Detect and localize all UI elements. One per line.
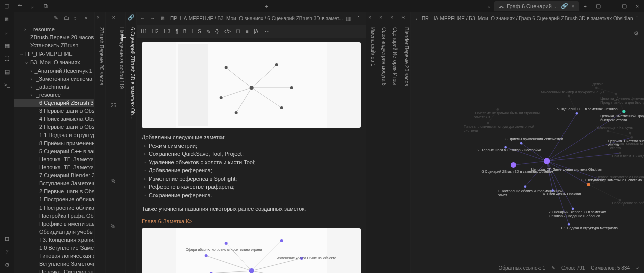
new-note-icon[interactable]: ✎ <box>54 15 60 21</box>
tree-item[interactable]: Типовая логическая структу... <box>14 252 94 260</box>
bookmark-icon[interactable]: ⧉ <box>42 3 49 10</box>
graph-node[interactable] <box>544 158 550 164</box>
graph-node[interactable] <box>587 183 590 186</box>
tree-item[interactable]: 8 Приёмы применения Zette... <box>14 139 94 147</box>
tab-link-icon[interactable]: 🔗 <box>561 3 568 9</box>
tab-close-icon[interactable]: × <box>571 3 574 9</box>
tree-item[interactable]: _resource <box>14 25 94 33</box>
graph-node[interactable] <box>511 162 516 168</box>
chapter-link[interactable]: Глава 6 Заметка К> <box>142 218 361 224</box>
vtab-filenames[interactable]: Имена файлов 1 <box>366 24 377 70</box>
rail-search-icon[interactable]: ⌕ <box>3 28 11 36</box>
editor-layout-icon[interactable]: ▥ <box>346 15 353 22</box>
editor-breadcrumb[interactable]: ПР_НА-МЕРЕНИЕ / Б3_Мои_О знаниях / 6 Сце… <box>170 16 343 21</box>
tree-item[interactable]: Цепочка_ТГ_Заметочная сис... <box>14 155 94 163</box>
rail-settings-icon[interactable]: ⚙ <box>3 261 11 269</box>
toolbar-btn[interactable]: S <box>198 29 201 34</box>
vtab-leisure[interactable]: Своя индустрия досуга 6 <box>377 24 388 89</box>
graph-node[interactable] <box>615 93 618 95</box>
tree-item[interactable]: Настройка Графа Obsidian <box>14 212 94 220</box>
editor-more-icon[interactable]: ⋮ <box>356 15 363 22</box>
toolbar-btn[interactable]: H3 <box>164 29 171 34</box>
tree-item[interactable]: Т3. Концепция хранилища и... <box>14 236 94 244</box>
vtab-zbrush-20h[interactable]: ZBrush.Первые 20 часов <box>95 24 105 88</box>
toolbar-btn[interactable]: I <box>191 29 193 34</box>
maximize-icon[interactable]: ▢ <box>621 3 628 10</box>
graph-node[interactable] <box>568 223 570 226</box>
tree-item[interactable]: 1.0 Вступление Заметочная_с... <box>14 244 94 252</box>
graph-breadcrumb[interactable]: ПР_НА-МЕРЕНИЕ / Б3_Мои_О знаниях / Граф … <box>422 16 633 21</box>
rail-vault-icon[interactable]: ⊞ <box>3 235 11 243</box>
vtab-story[interactable]: Сценарий История Игры <box>388 24 399 88</box>
collapse-icon[interactable]: × <box>84 15 90 21</box>
tree-item[interactable]: Обсидиан для учёбы и само... <box>14 228 94 236</box>
nav-fwd-icon[interactable]: → <box>150 15 157 22</box>
tree-item[interactable]: Установить ZBrush <box>14 41 94 49</box>
tree-item[interactable]: Вступление Заметочная_сист... <box>14 179 94 187</box>
graph-node[interactable] <box>487 122 489 125</box>
toolbar-btn[interactable]: ¶ <box>175 29 178 34</box>
new-tab-button-right[interactable]: + <box>580 3 591 9</box>
toolbar-btn[interactable]: </> <box>224 29 231 34</box>
toolbar-btn[interactable]: {} <box>215 29 219 34</box>
tree-item[interactable]: 6 Сценарий ZBrush 3D в зам... <box>14 99 94 107</box>
search-icon[interactable]: ⌕ <box>29 3 36 10</box>
graph-node[interactable] <box>524 185 527 188</box>
edit-icon[interactable]: ✎ <box>551 265 555 271</box>
tree-item[interactable]: Префикс в имени заметок <box>14 220 94 228</box>
tree-item[interactable]: 1.1 Подача и структура мате... <box>14 131 94 139</box>
tab-graph-scenario[interactable]: ⫘ Граф 6 Сценарий ... 🔗 × <box>494 1 578 11</box>
sidebar-toggle-icon[interactable]: ▢ <box>3 3 10 10</box>
vtab-scenario-zbrush[interactable]: 6 Сценарий ZBrush 3D в заметках Obsidian <box>126 24 136 125</box>
tree-item[interactable]: Вступление Заметочная_сист... <box>14 260 94 268</box>
vtab-close-icon-3[interactable]: 🔗 <box>128 14 135 21</box>
toolbar-btn[interactable]: ✎ <box>206 29 210 34</box>
graph-node[interactable] <box>572 208 574 210</box>
graph-node[interactable] <box>623 110 626 113</box>
vtab-close-icon[interactable]: × <box>97 14 104 21</box>
graph-node[interactable] <box>631 136 633 139</box>
rail-help-icon[interactable]: ? <box>3 248 11 256</box>
tree-item[interactable]: 7 Сценарий Blender 3D в зам... <box>14 171 94 179</box>
graph-node[interactable] <box>568 95 570 97</box>
tree-item[interactable]: 5 Сценарий C++ в заметках ... <box>14 147 94 155</box>
tree-item[interactable]: _Анатолий Левенчук 1 <box>14 66 94 75</box>
panel-toggle-icon[interactable]: ▢ <box>595 3 602 10</box>
graph-canvas[interactable]: ⚙ Цепочка_ТГ_Заметочная система Obsidian… <box>411 25 644 273</box>
rail-files-icon[interactable]: 🗎 <box>3 15 11 23</box>
tree-item[interactable]: 1 Построение облика инфор... <box>14 195 94 203</box>
rail-calendar-icon[interactable]: ▤ <box>3 67 11 76</box>
toolbar-btn[interactable]: ⋯ <box>265 29 270 34</box>
toolbar-btn[interactable]: ☐ <box>236 29 240 34</box>
tree-item[interactable]: 3 Первые шаги в Obsidian - ... <box>14 107 94 115</box>
tree-item[interactable]: ZBrush.Первые 20 часов <box>14 33 94 41</box>
graph-fwd-icon[interactable]: → <box>423 16 429 22</box>
minimize-icon[interactable]: — <box>608 3 615 10</box>
nav-back-icon[interactable]: ← <box>140 15 147 22</box>
new-tab-button-left[interactable]: + <box>261 3 272 9</box>
rail-terminal-icon[interactable]: >_ <box>3 81 11 89</box>
graph-node[interactable] <box>552 189 554 192</box>
tree-item[interactable]: ПР_НА-МЕРЕНИЕ <box>14 49 94 58</box>
tree-item[interactable]: Цепочка_Система знаний дл... <box>14 268 94 273</box>
close-window-icon[interactable]: × <box>634 3 641 10</box>
rail-book-icon[interactable]: 🕮 <box>3 54 11 62</box>
sort-icon[interactable]: ↕ <box>74 15 80 21</box>
graph-more-icon[interactable]: ⋮ <box>634 15 640 22</box>
graph-node[interactable] <box>595 87 598 89</box>
tree-item[interactable]: 2 Первые шаги в Obsidian - ... <box>14 187 94 195</box>
graph-node[interactable] <box>629 132 631 134</box>
graph-node[interactable] <box>607 130 610 132</box>
vtab-blender[interactable]: Blender.Первые 20 часов <box>399 24 410 89</box>
folder-icon[interactable]: 🗀 <box>16 3 23 10</box>
vtab-close-r3-icon[interactable]: × <box>390 14 397 21</box>
graph-back-icon[interactable]: ← <box>415 16 420 22</box>
toolbar-btn[interactable]: H2 <box>152 29 159 34</box>
tree-item[interactable]: _attachments <box>14 83 94 91</box>
graph-node[interactable] <box>520 142 523 145</box>
graph-node[interactable] <box>576 112 578 115</box>
tab-dropdown-icon[interactable]: ⌄ <box>484 3 494 9</box>
vtab-close-icon-2[interactable]: × <box>112 14 119 21</box>
toolbar-btn[interactable]: B <box>183 29 187 34</box>
graph-settings-icon[interactable]: ⚙ <box>634 30 639 37</box>
